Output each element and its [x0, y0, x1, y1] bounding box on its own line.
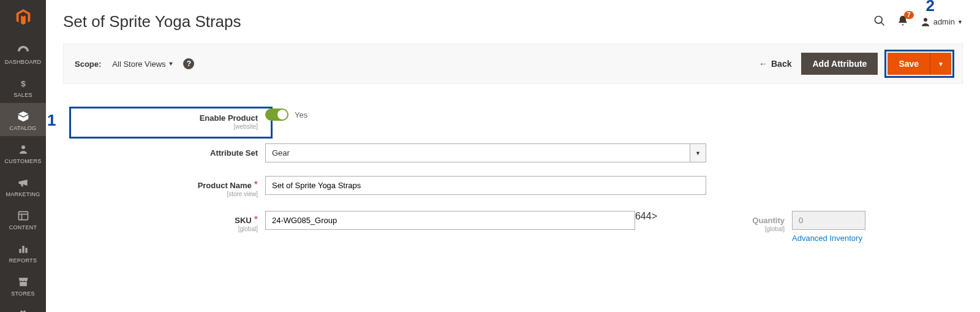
product-name-sublabel: [store view] [130, 191, 258, 197]
notifications-button[interactable]: 7 [897, 15, 909, 29]
form-content: 1 Enable Product [website] Yes [46, 84, 980, 285]
nav-sales-label: SALES [0, 92, 46, 98]
nav-system[interactable] [0, 302, 46, 312]
page-title: Set of Sprite Yoga Straps [63, 12, 241, 31]
attribute-set-value: Gear [265, 143, 690, 162]
nav-dashboard-label: DASHBOARD [0, 59, 46, 65]
toolbar: Scope: All Store Views ▼ ? ← Back Add At… [63, 44, 963, 84]
svg-point-1 [21, 145, 25, 149]
save-button-group: Save ▼ [888, 53, 951, 75]
page-header: Set of Sprite Yoga Straps 2 7 admin ▼ [46, 0, 980, 31]
attribute-set-label: Attribute Set [210, 148, 258, 158]
advanced-inventory-link[interactable]: Advanced Inventory [792, 234, 862, 243]
gauge-icon [16, 43, 31, 58]
svg-rect-5 [19, 249, 21, 253]
nav-sales[interactable]: $ SALES [0, 70, 46, 103]
add-attribute-button[interactable]: Add Attribute [801, 53, 878, 75]
svg-text:$: $ [21, 79, 26, 88]
product-name-input[interactable] [265, 176, 706, 195]
sku-sublabel: [global] [130, 226, 258, 232]
annotation-1: 1 [47, 111, 56, 130]
box-icon [16, 109, 31, 124]
search-button[interactable] [873, 15, 886, 29]
nav-customers-label: CUSTOMERS [0, 158, 46, 164]
save-button[interactable]: Save [888, 53, 930, 75]
nav-catalog-label: CATALOG [0, 125, 46, 131]
magento-logo[interactable] [11, 5, 36, 29]
nav-dashboard[interactable]: DASHBOARD [0, 37, 46, 70]
layout-icon [16, 208, 31, 223]
person-icon [16, 142, 31, 157]
toolbar-actions: ← Back Add Attribute Save ▼ [759, 53, 951, 75]
nav-customers[interactable]: CUSTOMERS [0, 136, 46, 169]
megaphone-icon [16, 175, 31, 190]
sku-input[interactable] [265, 211, 635, 230]
nav-content[interactable]: CONTENT [0, 202, 46, 235]
scope-help-tooltip[interactable]: ? [183, 58, 194, 69]
product-name-label: Product Name [198, 181, 252, 190]
svg-rect-2 [18, 211, 28, 219]
svg-rect-6 [22, 246, 24, 253]
nav-marketing-label: MARKETING [0, 191, 46, 197]
chevron-down-icon: ▼ [690, 143, 706, 162]
sku-label: SKU [235, 216, 251, 225]
store-icon [16, 275, 31, 289]
dollar-icon: $ [16, 76, 31, 91]
required-marker: * [254, 180, 258, 190]
enable-product-toggle[interactable] [265, 108, 288, 121]
enable-product-value-text: Yes [295, 110, 307, 120]
nav-reports-label: REPORTS [0, 257, 46, 264]
notification-badge: 7 [904, 11, 914, 19]
search-icon [873, 15, 886, 27]
admin-user-name: admin [933, 17, 955, 26]
caret-down-icon: ▼ [957, 19, 963, 25]
required-marker: * [254, 215, 258, 225]
scope-value: All Store Views [112, 59, 165, 69]
caret-down-icon: ▼ [168, 61, 174, 67]
nav-marketing[interactable]: MARKETING [0, 169, 46, 202]
quantity-label: Quantity [752, 216, 785, 225]
enable-product-label: Enable Product [200, 113, 258, 123]
back-label: Back [771, 59, 791, 69]
svg-point-10 [924, 18, 927, 21]
quantity-input [792, 211, 865, 230]
quantity-sublabel: [global] [657, 226, 785, 232]
scope-selector[interactable]: All Store Views ▼ [112, 59, 173, 69]
nav-stores-label: STORES [0, 291, 46, 297]
attribute-set-select[interactable]: Gear ▼ [265, 143, 706, 162]
admin-user-menu[interactable]: admin ▼ [920, 17, 963, 28]
toggle-knob [277, 110, 287, 120]
enable-product-sublabel: [website] [130, 123, 258, 130]
gear-icon [16, 308, 31, 312]
nav-content-label: CONTENT [0, 224, 46, 230]
header-tools: 2 7 admin ▼ [873, 15, 963, 29]
bars-icon [16, 242, 31, 256]
nav-stores[interactable]: STORES [0, 268, 46, 302]
nav-catalog[interactable]: CATALOG [0, 103, 46, 136]
magento-logo-icon [14, 8, 32, 26]
back-button[interactable]: ← Back [759, 59, 791, 69]
main-content: Set of Sprite Yoga Straps 2 7 admin ▼ S [46, 0, 980, 312]
scope-label: Scope: [75, 59, 101, 69]
annotation-2: 2 [926, 0, 935, 15]
user-icon [920, 17, 931, 28]
caret-down-icon: ▼ [938, 61, 944, 67]
svg-point-8 [875, 16, 882, 23]
nav-reports[interactable]: REPORTS [0, 235, 46, 268]
svg-rect-7 [25, 248, 27, 253]
svg-line-9 [881, 22, 884, 25]
arrow-left-icon: ← [759, 59, 767, 69]
save-dropdown-toggle[interactable]: ▼ [930, 53, 951, 75]
admin-sidebar: DASHBOARD $ SALES CATALOG CUSTOMERS MARK… [0, 0, 46, 312]
